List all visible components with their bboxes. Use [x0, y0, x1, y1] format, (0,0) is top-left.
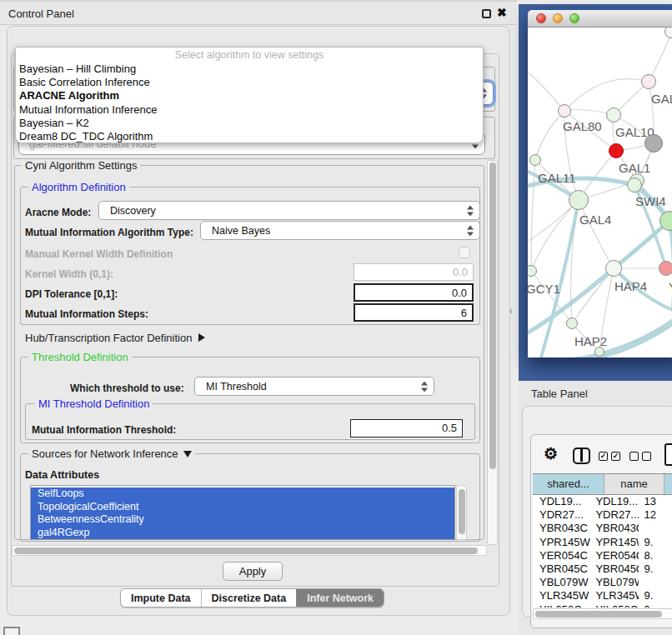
bottom-tab-discretize-data[interactable]: Discretize Data	[201, 589, 297, 607]
network-node-swi4[interactable]	[627, 178, 642, 192]
table-row[interactable]: YIL052CYIL052C9	[533, 603, 672, 608]
settings-horizontal-scrollbar[interactable]	[12, 545, 487, 556]
table-row[interactable]: YBR045CYBR045C9.	[533, 562, 672, 576]
column-header-name[interactable]: name	[604, 474, 664, 494]
node-label-gcy1: GCY1	[528, 282, 560, 296]
mi-threshold-group-title: MI Threshold Definition	[35, 398, 153, 410]
network-node-gal11[interactable]	[529, 154, 541, 166]
table-row[interactable]: YDR27...YDR27...12	[533, 508, 672, 522]
table-row[interactable]: YPR145WYPR145W9.	[533, 536, 672, 549]
network-node[interactable]	[609, 143, 624, 158]
node-label-gal4: GAL4	[579, 212, 611, 227]
export-table-icon[interactable]	[664, 443, 672, 466]
table-cell: YDL19...	[533, 495, 590, 508]
data-attribute-topologicalcoefficient[interactable]: TopologicalCoefficient	[31, 501, 454, 514]
combo-arrows-icon	[467, 225, 474, 236]
aracne-mode-combo[interactable]: Discovery	[98, 201, 480, 220]
table-cell: YBL079W	[533, 576, 590, 589]
close-icon[interactable]: ✖	[497, 6, 507, 19]
network-node-gal80[interactable]	[558, 104, 571, 118]
aracne-mode-value: Discovery	[110, 205, 156, 217]
manual-kernel-width-checkbox[interactable]	[459, 247, 470, 258]
network-node[interactable]	[594, 347, 604, 357]
data-attributes-list: SelfLoopsTopologicalCoefficientBetweenne…	[30, 485, 455, 540]
mi-algorithm-type-combo[interactable]: Naive Bayes	[200, 221, 480, 240]
mi-steps-field[interactable]: 6	[354, 303, 474, 322]
combo-arrows-icon	[421, 381, 428, 392]
network-node-hap2[interactable]	[566, 318, 578, 329]
bottom-tab-discretize-data-label: Discretize Data	[212, 592, 287, 604]
table-row[interactable]: YDL19...YDL19...13	[533, 495, 672, 508]
node-label-gal7: GAL7	[651, 92, 672, 106]
network-node[interactable]	[644, 134, 663, 152]
column-header-shared-[interactable]: shared...	[533, 474, 604, 494]
network-canvas[interactable]: GAL7GAL80GAL10GAL1GAL11SWI4GAL4GCY1HAP4Y…	[528, 28, 672, 358]
mi-threshold-field[interactable]: 0.5	[350, 419, 463, 438]
node-label-hap2: HAP2	[574, 334, 607, 348]
attributes-scrollbar-thumb[interactable]	[459, 489, 465, 534]
algorithm-option-bayesian-hill-climbing[interactable]: Bayesian – Hill Climbing	[16, 62, 483, 76]
network-node-y[interactable]	[659, 261, 672, 276]
bottom-tab-infer-network[interactable]: Infer Network	[296, 589, 384, 607]
network-window-titlebar[interactable]	[528, 10, 672, 28]
kernel-width-field[interactable]: 0.0	[354, 263, 474, 281]
table-cell: 9.	[639, 536, 672, 549]
splitter-collapse-icon[interactable]: ‹	[509, 305, 513, 317]
data-attribute-gal4rgexp[interactable]: gal4RGexp	[31, 527, 454, 540]
table-settings-gear-icon[interactable]: ⚙	[544, 446, 558, 462]
algorithm-option-aracne-algorithm[interactable]: ARACNE Algorithm	[16, 89, 483, 102]
network-node-gal7[interactable]	[641, 74, 656, 89]
settings-hscroll-thumb[interactable]	[14, 548, 478, 554]
zoom-traffic-light-icon[interactable]	[569, 13, 579, 23]
algorithm-option-basic-correlation-inference[interactable]: Basic Correlation Inference	[16, 76, 483, 89]
table-row[interactable]: YBR043CYBR043C	[533, 522, 672, 535]
node-label-gal11: GAL11	[538, 171, 576, 185]
settings-vertical-scrollbar[interactable]	[487, 160, 498, 545]
attributes-list-scrollbar[interactable]	[456, 485, 467, 540]
settings-vscroll-thumb[interactable]	[489, 162, 496, 469]
table-hscroll-thumb[interactable]	[535, 611, 662, 618]
network-node-gal4[interactable]	[569, 190, 589, 210]
table-cell: YBR043C	[590, 522, 639, 535]
table-cell: 8.	[639, 549, 672, 562]
sources-group-header[interactable]: Sources for Network Inference	[28, 448, 195, 460]
algorithm-option-dream8-dc-tdc-algorithm[interactable]: Dream8 DC_TDC Algorithm	[16, 130, 483, 143]
table-cell	[639, 522, 672, 535]
which-threshold-combo[interactable]: MI Threshold	[194, 377, 434, 396]
deselect-all-icon[interactable]	[629, 452, 651, 461]
table-horizontal-scrollbar[interactable]	[533, 608, 672, 619]
minimize-traffic-light-icon[interactable]	[553, 13, 563, 23]
data-attribute-betweennesscentrality[interactable]: BetweennessCentrality	[31, 513, 454, 527]
apply-button[interactable]: Apply	[223, 562, 283, 581]
table-row[interactable]: YER054CYER054C8.	[533, 549, 672, 562]
dpi-tolerance-field[interactable]: 0.0	[354, 283, 474, 302]
network-node-gal10[interactable]	[606, 108, 621, 122]
table-cell: YLR345W	[533, 589, 590, 602]
table-row[interactable]: YBL079WYBL079W	[533, 576, 672, 589]
hub-factor-expander[interactable]: Hub/Transcription Factor Definition	[25, 332, 205, 344]
table-row[interactable]: YLR345WYLR345W9.	[533, 589, 672, 602]
bottom-tab-impute-data[interactable]: Impute Data	[121, 589, 201, 607]
bottom-tab-infer-network-label: Infer Network	[307, 592, 374, 604]
column-header-2[interactable]	[664, 474, 672, 494]
data-attribute-selfloops[interactable]: SelfLoops	[31, 488, 454, 501]
dock-panel-icon[interactable]	[3, 627, 20, 635]
algorithm-popup-prompt: Select algorithm to view settings	[16, 48, 483, 62]
table-cell: YPR145W	[533, 536, 590, 549]
network-view-window[interactable]: GAL7GAL80GAL10GAL1GAL11SWI4GAL4GCY1HAP4Y…	[528, 10, 672, 358]
table-cell: YIL052C	[590, 603, 639, 608]
control-panel-titlebar: Control Panel ✖	[0, 0, 517, 25]
algorithm-option-mutual-information-inference[interactable]: Mutual Information Inference	[16, 103, 483, 117]
table-cell: YDR27...	[590, 508, 639, 522]
table-panel-title: Table Panel	[531, 388, 588, 400]
float-window-icon[interactable]	[482, 9, 491, 18]
network-node-hap4[interactable]	[605, 260, 622, 277]
node-label-swi4: SWI4	[635, 194, 666, 208]
kernel-width-label: Kernel Width (0,1):	[25, 268, 113, 280]
split-columns-icon[interactable]	[573, 448, 590, 464]
table-rows: YDL19...YDL19...13YDR27...YDR27...12YBR0…	[533, 495, 672, 608]
close-traffic-light-icon[interactable]	[536, 13, 546, 23]
select-all-icon[interactable]: ✓✓	[599, 452, 620, 461]
node-label-gal80: GAL80	[563, 119, 602, 133]
algorithm-option-bayesian-k2[interactable]: Bayesian – K2	[16, 117, 483, 130]
